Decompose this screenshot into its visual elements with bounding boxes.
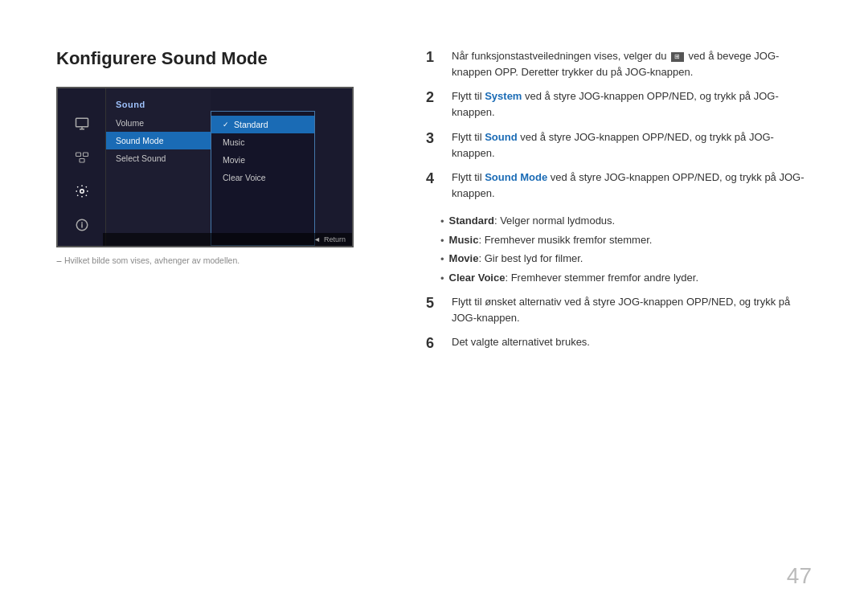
- tv-sidebar: [58, 88, 106, 246]
- footnote: Hvilket bilde som vises, avhenger av mod…: [56, 255, 394, 265]
- svg-rect-2: [83, 153, 88, 157]
- tv-main-menu: Sound Volume Sound Mode Select Sound: [106, 88, 211, 246]
- svg-rect-3: [80, 159, 84, 163]
- step-2-text: Flytt til System ved å styre JOG-knappen…: [452, 88, 812, 121]
- step-2-highlight: System: [485, 90, 522, 102]
- page-title: Konfigurere Sound Mode: [56, 48, 394, 69]
- grid-icon: ⊞: [671, 52, 684, 62]
- step-1-text: Når funksjonstastveiledningen vises, vel…: [452, 48, 812, 80]
- svg-rect-1: [76, 153, 80, 157]
- bullet-clearvoice: • Clear Voice: Fremhever stemmer fremfor…: [440, 270, 812, 287]
- step-5-text: Flytt til ønsket alternativ ved å styre …: [452, 294, 812, 326]
- checkmark-icon: ✓: [223, 121, 229, 129]
- tv-icon-info: [71, 214, 93, 236]
- tv-icon-gear: [71, 180, 93, 202]
- tv-menu-sound-mode: Sound Mode: [106, 132, 211, 149]
- step-3-text: Flytt til Sound ved å styre JOG-knappen …: [452, 129, 812, 161]
- bullet-movie: • Movie: Gir best lyd for filmer.: [440, 251, 812, 268]
- step-6-number: 6: [426, 333, 440, 354]
- bullet-dot-1: •: [440, 214, 444, 230]
- step-4: 4 Flytt til Sound Mode ved å styre JOG-k…: [426, 170, 812, 202]
- step-2: 2 Flytt til System ved å styre JOG-knapp…: [426, 88, 812, 121]
- tv-submenu-movie: Movie: [211, 151, 314, 169]
- step-2-number: 2: [426, 87, 440, 108]
- step-5-number: 5: [426, 292, 440, 314]
- tv-submenu-clearvoice: Clear Voice: [211, 169, 314, 186]
- tv-submenu-standard: ✓ Standard: [211, 116, 314, 133]
- step-4-highlight: Sound Mode: [485, 171, 547, 183]
- tv-menu-volume: Volume: [106, 114, 211, 132]
- return-icon: ◄: [313, 235, 321, 243]
- bullet-standard-text: Standard: Velger normal lydmodus.: [449, 213, 616, 230]
- tv-screenshot: Sound Volume Sound Mode Select Sound ✓ S…: [56, 87, 354, 247]
- bullet-standard: • Standard: Velger normal lydmodus.: [440, 213, 812, 230]
- step-3-highlight: Sound: [485, 131, 517, 143]
- step-5: 5 Flytt til ønsket alternativ ved å styr…: [426, 294, 812, 326]
- step-3: 3 Flytt til Sound ved å styre JOG-knappe…: [426, 129, 812, 161]
- return-label: Return: [324, 235, 346, 243]
- tv-icon-monitor: [71, 112, 93, 135]
- bullet-list: • Standard: Velger normal lydmodus. • Mu…: [440, 213, 812, 286]
- bullet-clearvoice-text: Clear Voice: Fremhever stemmer fremfor a…: [449, 270, 698, 287]
- bullet-movie-text: Movie: Gir best lyd for filmer.: [449, 251, 583, 268]
- tv-menu-header: Sound: [106, 96, 211, 114]
- tv-submenu-music: Music: [211, 133, 314, 151]
- bullet-dot-2: •: [440, 233, 444, 249]
- steps-list: 1 Når funksjonstastveiledningen vises, v…: [426, 48, 812, 354]
- bullet-dot-3: •: [440, 251, 444, 268]
- tv-menu-select-sound: Select Sound: [106, 149, 211, 167]
- bullet-dot-4: •: [440, 271, 444, 287]
- step-6: 6 Det valgte alternativet brukes.: [426, 334, 812, 354]
- page-number: 47: [787, 563, 812, 589]
- tv-icon-network: [71, 146, 93, 169]
- svg-rect-0: [76, 118, 88, 127]
- bullet-music: • Music: Fremhever musikk fremfor stemme…: [440, 232, 812, 249]
- step-6-text: Det valgte alternativet brukes.: [452, 334, 590, 350]
- step-1: 1 Når funksjonstastveiledningen vises, v…: [426, 48, 812, 80]
- svg-point-4: [80, 190, 84, 194]
- step-4-text: Flytt til Sound Mode ved å styre JOG-kna…: [452, 170, 812, 202]
- step-3-number: 3: [426, 128, 440, 149]
- tv-submenu: ✓ Standard Music Movie Clear Voice: [211, 111, 315, 246]
- instructions-column: 1 Når funksjonstastveiledningen vises, v…: [426, 48, 812, 581]
- tv-bottom-bar: ◄ Return: [103, 233, 352, 246]
- step-4-number: 4: [426, 168, 440, 190]
- step-1-number: 1: [426, 47, 440, 68]
- bullet-music-text: Music: Fremhever musikk fremfor stemmer.: [449, 232, 653, 249]
